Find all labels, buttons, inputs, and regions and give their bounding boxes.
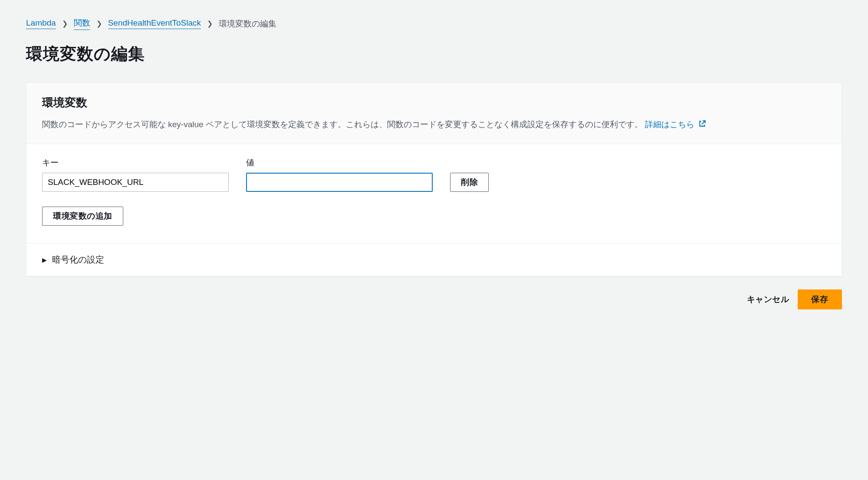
key-field: キー [42, 157, 229, 192]
breadcrumb: Lambda ❯ 関数 ❯ SendHealthEventToSlack ❯ 環… [26, 17, 842, 30]
breadcrumb-link-lambda[interactable]: Lambda [26, 18, 56, 29]
panel-body: キー 値 削除 環境変数の追加 [26, 144, 842, 243]
breadcrumb-link-function-name[interactable]: SendHealthEventToSlack [108, 18, 201, 29]
add-env-var-button[interactable]: 環境変数の追加 [42, 207, 123, 226]
encryption-toggle[interactable]: ▶ 暗号化の設定 [42, 254, 826, 266]
value-field: 値 [246, 157, 433, 192]
page-title: 環境変数の編集 [26, 43, 842, 65]
value-label: 値 [246, 157, 433, 168]
panel-title: 環境変数 [42, 95, 826, 110]
env-vars-panel: 環境変数 関数のコードからアクセス可能な key-value ペアとして環境変数… [26, 82, 842, 276]
key-input[interactable] [42, 173, 229, 192]
chevron-right-icon: ❯ [96, 20, 102, 28]
chevron-right-icon: ❯ [62, 20, 68, 28]
key-label: キー [42, 157, 229, 168]
breadcrumb-link-functions[interactable]: 関数 [74, 17, 90, 30]
panel-description: 関数のコードからアクセス可能な key-value ペアとして環境変数を定義でき… [42, 118, 826, 132]
value-input[interactable] [246, 173, 433, 192]
breadcrumb-current: 環境変数の編集 [219, 18, 276, 30]
caret-right-icon: ▶ [42, 256, 47, 263]
panel-header: 環境変数 関数のコードからアクセス可能な key-value ペアとして環境変数… [26, 83, 842, 144]
panel-description-text: 関数のコードからアクセス可能な key-value ペアとして環境変数を定義でき… [42, 120, 643, 129]
chevron-right-icon: ❯ [207, 20, 213, 28]
save-button[interactable]: 保存 [798, 289, 842, 309]
bottom-actions: キャンセル 保存 [26, 276, 842, 314]
learn-more-link[interactable]: 詳細はこちら [645, 120, 706, 129]
learn-more-label: 詳細はこちら [645, 120, 694, 129]
external-link-icon [698, 118, 706, 132]
encryption-section: ▶ 暗号化の設定 [26, 243, 842, 276]
delete-button[interactable]: 削除 [450, 173, 489, 192]
encryption-title: 暗号化の設定 [52, 254, 104, 266]
env-var-row: キー 値 削除 [42, 157, 826, 192]
cancel-button[interactable]: キャンセル [747, 294, 789, 305]
